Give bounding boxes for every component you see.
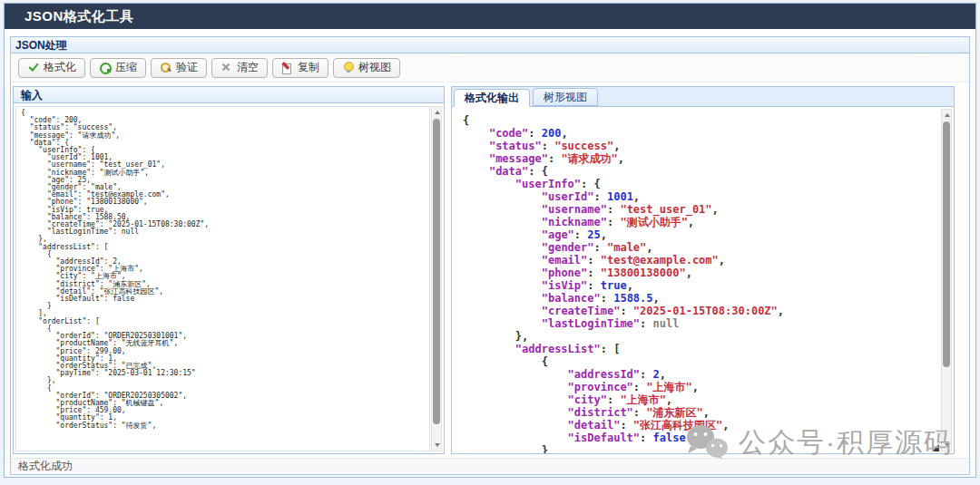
tree-view-button-label: 树视图: [358, 60, 391, 75]
work-area: 输入 { "code": 200, "status": "success", "…: [11, 83, 969, 457]
copy-button-label: 复制: [298, 60, 319, 75]
input-scrollbar-thumb[interactable]: [433, 119, 440, 424]
copy-paste-icon: [281, 62, 293, 73]
clear-x-icon: [220, 62, 232, 73]
json-process-panel: JSON处理 格式化 压缩 验证 清空 复制: [10, 36, 970, 475]
copy-button[interactable]: 复制: [272, 58, 328, 78]
app-frame: JSON格式化工具 JSON处理 格式化 压缩 验证 清空: [4, 3, 976, 478]
resize-grip[interactable]: [932, 444, 939, 451]
tab-formatted-output-label: 格式化输出: [465, 92, 519, 104]
validate-button[interactable]: 验证: [151, 58, 207, 78]
output-panel: 格式化输出 树形视图 { "code": 200, "status": "suc…: [451, 86, 955, 454]
json-input-textarea[interactable]: { "code": 200, "status": "success", "mes…: [15, 106, 430, 451]
compress-button[interactable]: 压缩: [90, 58, 146, 78]
scroll-down-icon[interactable]: [435, 443, 440, 447]
tab-tree-view-label: 树形视图: [544, 91, 587, 103]
clear-button[interactable]: 清空: [211, 58, 268, 78]
page-title: JSON格式化工具: [24, 8, 133, 24]
output-scrollbar-thumb[interactable]: [943, 121, 950, 367]
scroll-up-icon[interactable]: [435, 111, 440, 114]
format-button-label: 格式化: [44, 60, 76, 75]
compress-icon: [99, 62, 111, 73]
input-panel: 输入 { "code": 200, "status": "success", "…: [13, 86, 445, 454]
output-tab-strip: 格式化输出 树形视图: [451, 86, 955, 106]
scroll-down-icon[interactable]: [945, 443, 950, 447]
panel-title: JSON处理: [15, 39, 67, 52]
input-scrollbar[interactable]: [431, 106, 442, 451]
validate-button-label: 验证: [176, 60, 198, 75]
statusbar: 格式化成功: [11, 458, 969, 474]
compress-button-label: 压缩: [115, 60, 137, 75]
check-icon: [27, 62, 39, 73]
clear-button-label: 清空: [237, 60, 259, 75]
input-body: { "code": 200, "status": "success", "mes…: [14, 104, 444, 453]
tree-view-button[interactable]: 树视图: [333, 58, 400, 78]
formatted-output-code: { "code": 200, "status": "success", "mes…: [452, 107, 940, 453]
toolbar: 格式化 压缩 验证 清空 复制 树视图: [11, 53, 969, 82]
input-panel-title: 输入: [21, 89, 43, 102]
output-scrollbar[interactable]: [941, 109, 952, 451]
magnifier-icon: [160, 62, 172, 73]
format-button[interactable]: 格式化: [18, 58, 85, 78]
status-message: 格式化成功: [18, 460, 73, 472]
lightbulb-icon: [342, 62, 354, 73]
tab-tree-view[interactable]: 树形视图: [533, 88, 598, 106]
json-process-panel-header: JSON处理: [11, 37, 969, 53]
app-titlebar: JSON格式化工具: [5, 4, 975, 29]
output-body: { "code": 200, "status": "success", "mes…: [451, 106, 955, 454]
input-panel-header: 输入: [14, 87, 444, 103]
scroll-up-icon[interactable]: [945, 113, 950, 117]
tab-formatted-output[interactable]: 格式化输出: [454, 89, 530, 107]
